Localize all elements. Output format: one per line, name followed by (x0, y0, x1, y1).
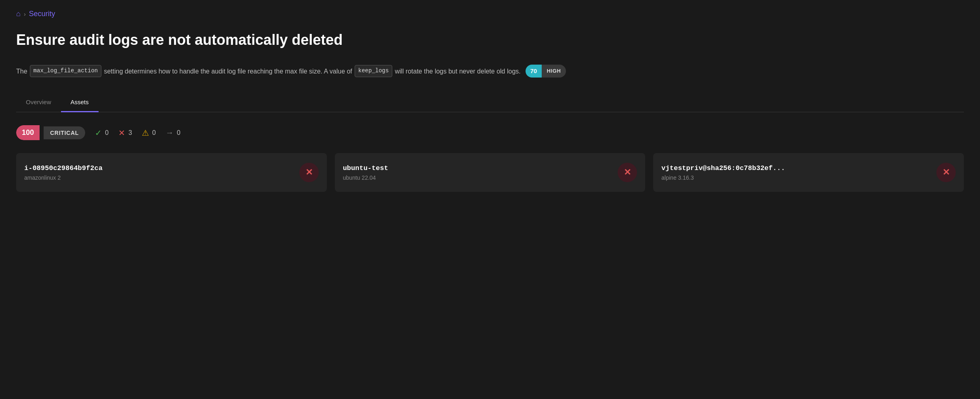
breadcrumb-separator: › (24, 11, 26, 17)
cross-icon: ✕ (118, 128, 125, 138)
asset-os-1: ubuntu 22.04 (343, 174, 388, 181)
critical-badge: 100 CRITICAL (16, 125, 85, 140)
check-icon: ✓ (95, 128, 102, 138)
stat-warn-value: 0 (152, 129, 156, 136)
score-badge: 70 HIGH (526, 65, 566, 78)
fail-icon-0: ✕ (305, 167, 313, 178)
stats-row: 100 CRITICAL ✓ 0 ✕ 3 ⚠ 0 → 0 (16, 125, 964, 140)
description-section: The max_log_file_action setting determin… (16, 65, 574, 78)
fail-icon-2: ✕ (942, 167, 950, 178)
stat-cross: ✕ 3 (118, 128, 132, 138)
asset-card-0: i-08950c29864b9f2ca amazonlinux 2 ✕ (16, 153, 327, 192)
asset-info-1: ubuntu-test ubuntu 22.04 (343, 164, 388, 181)
home-icon[interactable]: ⌂ (16, 10, 21, 18)
desc-text-1: The (16, 66, 27, 77)
asset-info-2: vjtestpriv@sha256:0c78b32ef... alpine 3.… (661, 164, 785, 181)
critical-label: CRITICAL (44, 126, 85, 139)
desc-text-3: will rotate the logs but never delete ol… (395, 66, 520, 77)
breadcrumb: ⌂ › Security (16, 10, 964, 18)
stat-cross-value: 3 (128, 129, 132, 136)
asset-card-2: vjtestpriv@sha256:0c78b32ef... alpine 3.… (653, 153, 964, 192)
asset-name-0: i-08950c29864b9f2ca (24, 164, 103, 172)
arrow-icon: → (166, 128, 174, 137)
critical-number: 100 (16, 125, 40, 140)
tab-assets[interactable]: Assets (61, 94, 99, 112)
warn-icon: ⚠ (142, 128, 149, 138)
page-title: Ensure audit logs are not automatically … (16, 31, 964, 48)
stat-warn: ⚠ 0 (142, 128, 156, 138)
stat-check-value: 0 (105, 129, 109, 136)
assets-grid: i-08950c29864b9f2ca amazonlinux 2 ✕ ubun… (16, 153, 964, 192)
asset-os-2: alpine 3.16.3 (661, 174, 785, 181)
asset-name-2: vjtestpriv@sha256:0c78b32ef... (661, 164, 785, 172)
tabs-container: Overview Assets (16, 94, 964, 112)
breadcrumb-security-link[interactable]: Security (29, 10, 55, 18)
asset-info-0: i-08950c29864b9f2ca amazonlinux 2 (24, 164, 103, 181)
desc-text-2: setting determines how to handle the aud… (104, 66, 352, 77)
asset-status-0: ✕ (299, 163, 319, 182)
score-label: HIGH (542, 65, 566, 78)
asset-name-1: ubuntu-test (343, 164, 388, 172)
code-badge-2: keep_logs (355, 65, 393, 77)
stat-arrow: → 0 (166, 128, 181, 137)
asset-os-0: amazonlinux 2 (24, 174, 103, 181)
asset-status-2: ✕ (936, 163, 956, 182)
asset-status-1: ✕ (618, 163, 637, 182)
asset-card-1: ubuntu-test ubuntu 22.04 ✕ (335, 153, 646, 192)
score-number: 70 (526, 65, 542, 78)
code-badge-1: max_log_file_action (30, 65, 102, 77)
stat-arrow-value: 0 (177, 129, 181, 136)
fail-icon-1: ✕ (624, 167, 631, 178)
stat-check: ✓ 0 (95, 128, 109, 138)
tab-overview[interactable]: Overview (16, 94, 61, 112)
